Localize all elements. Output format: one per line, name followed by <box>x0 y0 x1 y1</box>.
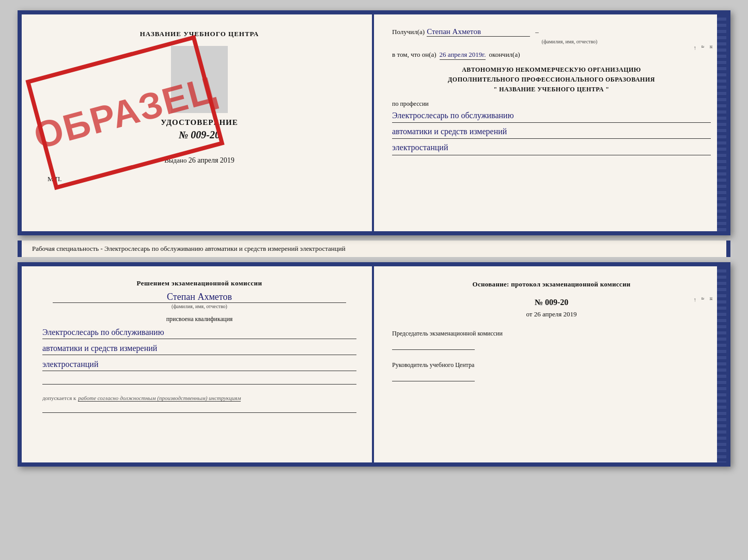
middle-label-text: Рабочая специальность - Электрослесарь п… <box>32 245 346 252</box>
vydano-line: Выдано 26 апреля 2019 <box>42 156 356 165</box>
profession-line2: автоматики и средств измерений <box>392 126 711 139</box>
profession-line3: электростанций <box>392 142 711 155</box>
po-professii-label: по профессии <box>392 100 711 108</box>
top-booklet: НАЗВАНИЕ УЧЕБНОГО ЦЕНТРА УДОСТОВЕРЕНИЕ №… <box>18 10 730 235</box>
top-right-page: Получил(а) Степан Ахметов – (фамилия, им… <box>374 14 726 231</box>
top-left-title: НАЗВАНИЕ УЧЕБНОГО ЦЕНТРА <box>42 30 356 38</box>
osnovanie-title: Основание: протокол экзаменационной коми… <box>392 279 711 290</box>
vtom-line: в том, что он(а) 26 апреля 2019г. окончи… <box>392 51 711 60</box>
rukovoditel-label: Руководитель учебного Центра <box>392 360 711 370</box>
bottom-fio-sub: (фамилия, имя, отчество) <box>53 302 346 309</box>
kvalif-line3: электростанций <box>42 358 356 371</box>
poluchil-name: Степан Ахметов <box>427 27 481 37</box>
vydano-date: 26 апреля 2019 <box>189 156 235 164</box>
prisvoena-label: присвоена квалификация <box>42 315 356 323</box>
udost-number: № 009-20 <box>42 129 356 141</box>
bottom-right-page: Основание: протокол экзаменационной коми… <box>374 266 726 462</box>
middle-label: Рабочая специальность - Электрослесарь п… <box>18 241 730 257</box>
kvalif-line1: Электрослесарь по обслуживанию <box>42 326 356 339</box>
komissia-title: Решением экзаменационной комиссии <box>42 279 356 287</box>
predsedatel-block: Председатель экзаменационной комиссии <box>392 329 711 350</box>
org-line3: " НАЗВАНИЕ УЧЕБНОГО ЦЕНТРА " <box>494 86 610 93</box>
org-block: АВТОНОМНУЮ НЕКОММЕРЧЕСКУЮ ОРГАНИЗАЦИЮ ДО… <box>392 65 711 95</box>
vtom-date: 26 апреля 2019г. <box>440 51 486 60</box>
fio-sub-top: (фамилия, имя, отчество) <box>428 39 711 44</box>
top-left-page: НАЗВАНИЕ УЧЕБНОГО ЦЕНТРА УДОСТОВЕРЕНИЕ №… <box>22 14 374 231</box>
predsedatel-label: Председатель экзаменационной комиссии <box>392 329 711 339</box>
dopuskaetsya-line: допускается к работе согласно должностны… <box>42 395 356 402</box>
org-line1: АВТОНОМНУЮ НЕКОММЕРЧЕСКУЮ ОРГАНИЗАЦИЮ <box>462 66 641 73</box>
bottom-left-page: Решением экзаменационной комиссии Степан… <box>22 266 374 462</box>
photo-placeholder <box>171 46 228 113</box>
vydano-label: Выдано <box>164 156 186 164</box>
ot-date: 26 апреля 2019 <box>534 310 577 318</box>
side-letters: и а ← <box>692 45 715 51</box>
vtom-label: в том, что он(а) <box>392 51 437 59</box>
okonchil: окончил(а) <box>489 51 520 59</box>
bottom-booklet: Решением экзаменационной комиссии Степан… <box>18 262 730 467</box>
dopusk-label: допускается к <box>42 395 76 401</box>
poluchil-line: Получил(а) Степан Ахметов – <box>392 27 711 37</box>
org-line2: ДОПОЛНИТЕЛЬНОГО ПРОФЕССИОНАЛЬНОГО ОБРАЗО… <box>448 76 655 83</box>
spine-right <box>717 14 726 231</box>
mp-line: М.П. <box>42 175 356 183</box>
ot-date-line: от 26 апреля 2019 <box>392 310 711 318</box>
udost-title: УДОСТОВЕРЕНИЕ <box>42 118 356 127</box>
predsedatel-signature-line <box>392 341 475 350</box>
dopusk-text: работе согласно должностным (производств… <box>78 395 241 402</box>
kvalif-line2: автоматики и средств измерений <box>42 342 356 355</box>
bottom-name: Степан Ахметов <box>42 292 356 302</box>
rukovoditel-signature-line <box>392 372 475 381</box>
poluchil-label: Получил(а) <box>392 28 425 36</box>
profession-line1: Электрослесарь по обслуживанию <box>392 110 711 123</box>
rukovoditel-block: Руководитель учебного Центра <box>392 360 711 381</box>
dash1: – <box>535 28 539 36</box>
side-letters-bottom: и а ← <box>692 297 715 303</box>
protocol-number: № 009-20 <box>392 298 711 307</box>
ot-label: от <box>526 310 532 318</box>
spine-right-bottom <box>717 266 726 462</box>
